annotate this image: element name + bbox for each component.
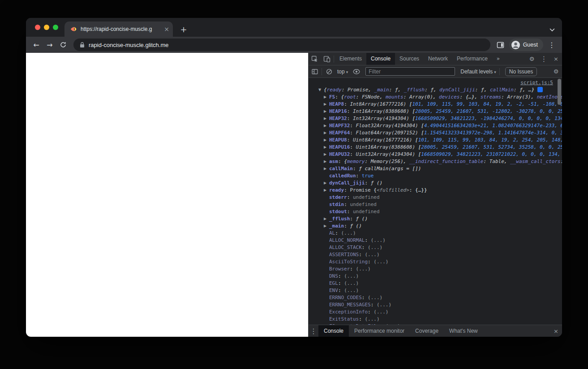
drawer-close-button[interactable]: × <box>550 325 562 337</box>
tab-close-icon[interactable]: × <box>164 26 169 32</box>
forward-button[interactable]: → <box>43 38 56 51</box>
drawer-tab-coverage[interactable]: Coverage <box>410 325 444 337</box>
close-window-button[interactable] <box>35 25 40 30</box>
devtools-settings-button[interactable]: ⚙ <box>526 53 538 65</box>
source-link[interactable]: script.js:5 <box>520 80 553 86</box>
disclosure-triangle-icon[interactable]: ▶ <box>324 115 329 122</box>
inspect-element-button[interactable] <box>309 53 321 65</box>
console-token: 101, 109, 115, 99, 103, 84, 19, 2, -2, -… <box>412 101 562 107</box>
console-token[interactable]: (...) <box>386 323 400 325</box>
disclosure-triangle-icon[interactable]: ▶ <box>324 158 329 165</box>
disclosure-triangle-icon[interactable]: ▶ <box>324 165 329 172</box>
console-token: Array(3) <box>507 94 531 100</box>
issues-counter[interactable]: No Issues <box>505 67 537 76</box>
disclosure-triangle-icon[interactable]: ▶ <box>324 101 329 108</box>
console-line: ALLOC_STACK: (...) <box>309 244 562 251</box>
filter-input[interactable] <box>365 67 455 76</box>
console-token[interactable]: (...) <box>344 280 359 286</box>
console-token[interactable]: (...) <box>365 252 379 257</box>
console-token[interactable]: (...) <box>377 302 391 308</box>
console-token[interactable]: (...) <box>368 295 382 300</box>
devtools-tab-sources[interactable]: Sources <box>395 53 424 65</box>
context-selector[interactable]: top▾ <box>335 69 350 75</box>
console-token: : <box>380 323 386 325</box>
console-token[interactable]: (...) <box>356 266 371 272</box>
disclosure-triangle-icon[interactable]: ▶ <box>324 223 329 230</box>
drawer-tab-performance-monitor[interactable]: Performance monitor <box>349 325 410 337</box>
tab-overflow-button[interactable] <box>549 26 555 34</box>
profile-button[interactable]: Guest <box>509 39 543 51</box>
devtools-menu-button[interactable]: ⋮ <box>538 53 550 65</box>
console-token: [ <box>421 130 424 136</box>
console-token: _fflush <box>329 216 350 222</box>
console-sidebar-button[interactable] <box>309 65 321 77</box>
disclosure-triangle-icon[interactable]: ▶ <box>324 94 329 101</box>
console-token: ƒ () <box>356 216 368 222</box>
maximize-window-button[interactable] <box>53 25 58 30</box>
console-token: HEAP32 <box>329 116 347 121</box>
console-line: ▶ready: Promise {<fulfilled>: {…}} <box>309 187 562 194</box>
disclosure-triangle-icon[interactable]: ▶ <box>324 137 329 144</box>
devtools-tab-performance[interactable]: Performance <box>452 53 492 65</box>
lock-icon[interactable] <box>80 42 85 48</box>
console-token[interactable]: (...) <box>368 245 382 250</box>
console-token: : <box>338 280 344 286</box>
console-token[interactable]: (...) <box>365 316 379 322</box>
console-token[interactable]: (...) <box>344 287 359 293</box>
disclosure-triangle-icon[interactable]: ▶ <box>324 180 329 187</box>
console-token: : <box>347 116 353 121</box>
address-bar[interactable]: rapid-concise-muscle.glitch.me <box>73 39 490 51</box>
disclosure-triangle-icon[interactable]: ▶ <box>324 108 329 115</box>
disclosure-triangle-icon[interactable]: ▶ <box>324 144 329 151</box>
disclosure-triangle-icon[interactable]: ▼ <box>318 86 324 94</box>
console-token: ƒ () <box>350 223 362 229</box>
console-token[interactable]: (...) <box>341 230 356 236</box>
console-token: ƒ () <box>371 180 383 186</box>
clear-console-button[interactable] <box>323 65 335 77</box>
console-token: _main <box>374 87 389 93</box>
browser-tab[interactable]: https://rapid-concise-muscle.g × <box>64 21 173 37</box>
minimize-window-button[interactable] <box>44 25 49 30</box>
log-levels-dropdown[interactable]: Default levels▾ <box>458 69 498 75</box>
console-token[interactable]: (...) <box>373 259 388 265</box>
console-token: 1.1545413233413972e-298, 1.141647874e-31… <box>424 130 562 136</box>
drawer-tab-what-s-new[interactable]: What's New <box>444 325 483 337</box>
console-token: : <box>342 87 348 93</box>
console-token: : <box>344 187 350 193</box>
tab-title: https://rapid-concise-muscle.g <box>81 26 160 32</box>
drawer-tab-console[interactable]: Console <box>318 325 349 337</box>
reload-button[interactable] <box>56 38 70 51</box>
console-line: ▶HEAP16: Int16Array(8388608) [28005, 254… <box>309 108 562 115</box>
console-token: : <box>350 216 356 222</box>
disclosure-triangle-icon[interactable]: ▶ <box>324 187 329 194</box>
devtools-close-button[interactable]: × <box>550 53 562 65</box>
console-token: 28005, 25459, 21607, 531, -12802, -30278… <box>415 108 562 114</box>
create-live-expression-button[interactable] <box>350 65 362 77</box>
console-line: DNS: (...) <box>309 273 562 280</box>
disclosure-triangle-icon[interactable]: ▶ <box>324 215 329 223</box>
disclosure-triangle-icon[interactable]: ▶ <box>324 129 329 137</box>
console-settings-button[interactable]: ⚙ <box>550 65 562 77</box>
disclosure-triangle-icon[interactable]: ▶ <box>324 122 329 129</box>
more-tabs-button[interactable]: » <box>492 53 504 65</box>
browser-menu-button[interactable]: ⋮ <box>545 38 558 51</box>
devtools-tab-network[interactable]: Network <box>424 53 452 65</box>
console-token[interactable]: (...) <box>371 237 386 243</box>
disclosure-triangle-icon[interactable]: ▶ <box>324 151 329 158</box>
console-token: memory <box>347 159 365 164</box>
devtools-tab-console[interactable]: Console <box>366 53 395 65</box>
drawer-menu-button[interactable]: ⋮ <box>309 325 318 337</box>
console-token: stdin <box>329 202 344 207</box>
console-token[interactable]: (...) <box>344 273 359 279</box>
console-token: Browser <box>329 266 350 272</box>
devtools-tab-elements[interactable]: Elements <box>335 53 366 65</box>
side-panel-button[interactable] <box>494 38 507 51</box>
new-tab-button[interactable]: + <box>178 24 189 34</box>
console-token: root <box>344 94 356 100</box>
device-toolbar-button[interactable] <box>321 53 333 65</box>
console-token: ƒ <box>481 87 484 93</box>
console-token: : <box>350 144 356 150</box>
console-scrollbar[interactable] <box>558 79 561 105</box>
back-button[interactable]: ← <box>30 38 43 51</box>
console-token[interactable]: (...) <box>373 309 388 315</box>
